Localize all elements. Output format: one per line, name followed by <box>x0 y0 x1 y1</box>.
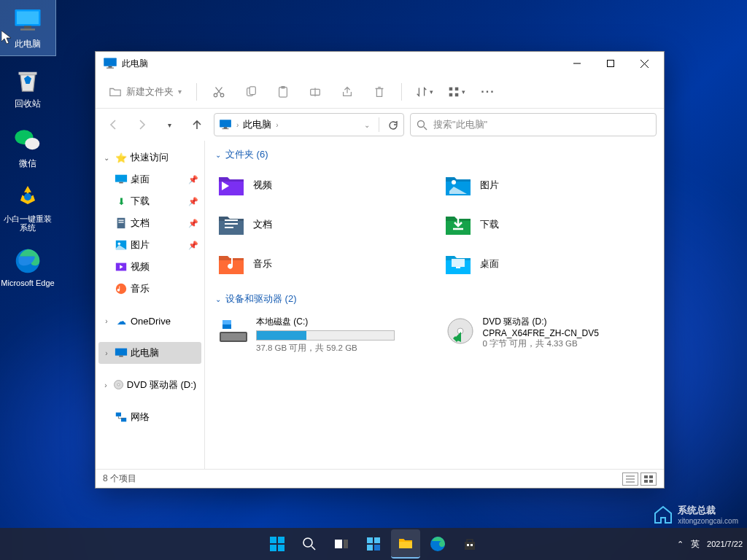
svg-rect-61 <box>270 545 276 551</box>
share-button[interactable] <box>334 79 360 105</box>
cut-button[interactable] <box>206 79 232 105</box>
folder-pictures[interactable]: 图片 <box>442 168 654 202</box>
nav-row: ▾ › 此电脑 › ⌄ 搜索"此电脑" <box>96 109 664 141</box>
svg-rect-23 <box>454 93 458 96</box>
tree-desktop[interactable]: 桌面📌 <box>112 168 201 190</box>
more-button[interactable]: ··· <box>475 79 501 105</box>
svg-rect-44 <box>225 219 238 221</box>
taskbar-explorer[interactable] <box>391 529 420 559</box>
drive-c[interactable]: 本地磁盘 (C:) 37.8 GB 可用，共 59.2 GB <box>215 313 427 357</box>
status-bar: 8 个项目 <box>96 469 664 488</box>
edge-icon <box>13 246 42 276</box>
monitor-icon <box>219 118 232 131</box>
system-tray[interactable]: ⌃ 英 2021/7/22 <box>677 538 743 551</box>
svg-rect-4 <box>19 71 37 74</box>
svg-rect-22 <box>449 93 452 96</box>
svg-rect-10 <box>109 66 112 68</box>
folder-icon <box>444 249 473 279</box>
maximize-button[interactable] <box>594 52 627 75</box>
search-input[interactable]: 搜索"此电脑" <box>410 113 657 136</box>
tree-pictures[interactable]: 图片📌 <box>112 234 201 256</box>
new-folder-button[interactable]: 新建文件夹 ▾ <box>103 79 187 105</box>
taskbar: ⌃ 英 2021/7/22 <box>0 528 747 560</box>
sort-button[interactable]: ▾ <box>411 79 437 105</box>
desktop-icon-this-pc[interactable]: 此电脑 <box>0 0 55 55</box>
group-drives-header[interactable]: ⌄设备和驱动器 (2) <box>215 292 654 306</box>
drive-d[interactable]: DVD 驱动器 (D:) CPRA_X64FRE_ZH-CN_DV5 0 字节 … <box>442 313 654 357</box>
wechat-icon <box>13 125 42 155</box>
clipboard-icon <box>276 85 290 98</box>
paste-button[interactable] <box>270 79 296 105</box>
tree-videos[interactable]: 视频 <box>112 256 201 278</box>
desktop-icon-wechat[interactable]: 微信 <box>0 120 55 175</box>
forward-button[interactable] <box>131 114 152 136</box>
chevron-down-icon: ⌄ <box>101 154 112 162</box>
tree-this-pc[interactable]: ›此电脑 <box>98 342 201 364</box>
tree-dvd[interactable]: ›DVD 驱动器 (D:) CP <box>98 374 201 396</box>
taskbar-taskview[interactable] <box>327 529 356 559</box>
back-button[interactable] <box>103 114 125 136</box>
taskbar-widgets[interactable] <box>359 529 388 559</box>
desktop-icon-edge[interactable]: Microsoft Edge <box>0 239 55 295</box>
rename-button[interactable] <box>302 79 328 105</box>
desktop-icon-recycle-bin[interactable]: 回收站 <box>0 60 55 115</box>
desktop-icon-xiaobai[interactable]: 小白一键重装 系统 <box>0 179 55 235</box>
folder-icon <box>217 171 246 200</box>
nav-tree: ⌄⭐快速访问 桌面📌 ⬇下载📌 文档📌 图片📌 视频 音乐 ›☁OneDrive… <box>96 141 205 469</box>
svg-rect-24 <box>220 120 231 127</box>
svg-rect-9 <box>104 58 117 66</box>
address-bar[interactable]: › 此电脑 › ⌄ <box>214 113 404 136</box>
copy-icon <box>244 85 258 98</box>
reinstall-icon <box>13 182 42 211</box>
up-button[interactable] <box>186 114 208 136</box>
tree-music[interactable]: 音乐 <box>112 278 201 300</box>
desktop-icon-label: 小白一键重装 系统 <box>0 214 55 232</box>
folder-plus-icon <box>109 85 122 98</box>
folder-music[interactable]: 音乐 <box>215 247 427 281</box>
folder-video[interactable]: 视频 <box>215 168 427 202</box>
svg-rect-62 <box>278 545 285 551</box>
svg-rect-1 <box>17 11 39 24</box>
chevron-down-icon: ⌄ <box>215 151 221 159</box>
folder-downloads[interactable]: 下载 <box>442 208 654 241</box>
tree-documents[interactable]: 文档📌 <box>112 212 201 234</box>
view-details-button[interactable] <box>622 472 638 486</box>
refresh-icon[interactable] <box>388 120 399 131</box>
svg-point-7 <box>24 193 31 201</box>
tray-chevron-icon[interactable]: ⌃ <box>677 540 684 549</box>
tree-onedrive[interactable]: ›☁OneDrive <box>98 310 201 332</box>
copy-button[interactable] <box>238 79 264 105</box>
svg-rect-25 <box>224 127 228 128</box>
svg-rect-47 <box>452 259 465 267</box>
svg-rect-55 <box>644 475 648 478</box>
close-button[interactable] <box>627 52 661 75</box>
cloud-icon: ☁ <box>115 314 128 327</box>
minimize-button[interactable] <box>560 52 594 75</box>
edge-icon <box>430 536 446 552</box>
taskbar-search[interactable] <box>295 529 324 559</box>
tree-network[interactable]: 网络 <box>98 406 201 428</box>
svg-point-14 <box>220 93 224 97</box>
taskbar-store[interactable] <box>455 529 484 559</box>
folder-documents[interactable]: 文档 <box>215 208 427 241</box>
group-folders-header[interactable]: ⌄文件夹 (6) <box>215 148 654 161</box>
chevron-down-icon[interactable]: ⌄ <box>364 121 370 129</box>
view-tiles-button[interactable] <box>640 472 657 486</box>
start-button[interactable] <box>263 529 292 559</box>
recent-button[interactable]: ▾ <box>158 114 180 136</box>
svg-rect-12 <box>608 61 614 67</box>
svg-rect-26 <box>222 128 229 129</box>
video-icon <box>115 260 128 273</box>
titlebar[interactable]: 此电脑 <box>96 52 664 75</box>
delete-button[interactable] <box>366 79 392 105</box>
tree-quick-access[interactable]: ⌄⭐快速访问 <box>98 147 201 168</box>
svg-rect-11 <box>107 68 114 69</box>
network-icon <box>115 411 128 424</box>
tree-downloads[interactable]: ⬇下载📌 <box>112 190 201 212</box>
svg-rect-45 <box>225 223 238 225</box>
folder-desktop[interactable]: 桌面 <box>442 247 654 281</box>
document-icon <box>115 217 128 230</box>
taskbar-edge[interactable] <box>423 529 452 559</box>
star-icon: ⭐ <box>115 151 128 164</box>
view-button[interactable]: ▾ <box>443 79 469 105</box>
